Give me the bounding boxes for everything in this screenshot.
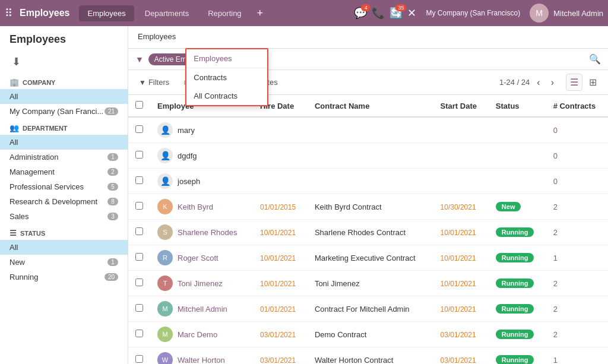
filters-button[interactable]: ▼ Filters — [135, 75, 173, 89]
sidebar-item-company-all[interactable]: All — [0, 89, 128, 104]
avatar[interactable]: M — [530, 4, 549, 23]
administration-count: 1 — [107, 153, 118, 161]
table-row: MMarc Demo03/01/2021Demo Contract03/01/2… — [128, 322, 608, 347]
status-badge: Running — [496, 253, 534, 262]
hire-date-value: 10/01/2021 — [260, 229, 296, 237]
hire-date-value: 01/01/2021 — [260, 305, 296, 314]
employee-cell: 👤mary — [150, 117, 253, 143]
row-checkbox[interactable] — [135, 227, 143, 235]
row-checkbox-cell — [128, 347, 150, 365]
settings-icon[interactable]: ✕ — [407, 7, 416, 20]
table-row: 👤mary0 — [128, 117, 608, 143]
sales-count: 3 — [107, 213, 118, 220]
status-cell: Running — [489, 347, 546, 365]
view-toggle: ☰ ⊞ — [566, 74, 601, 91]
activity-badge: 35 — [395, 4, 406, 11]
col-contract-name[interactable]: Contract Name — [308, 95, 433, 117]
prev-page-button[interactable]: ‹ — [533, 76, 543, 89]
employee-name[interactable]: Walter Horton — [178, 356, 225, 365]
employee-name[interactable]: Roger Scott — [178, 254, 218, 262]
employees-table: Employee Hire Date Contract Name Start D… — [128, 95, 608, 364]
dropdown-item-all-contracts[interactable]: All Contracts — [186, 87, 267, 105]
sidebar-item-research[interactable]: Research & Development 8 — [0, 194, 128, 209]
row-checkbox[interactable] — [135, 355, 143, 363]
row-checkbox[interactable] — [135, 202, 143, 210]
list-view-button[interactable]: ☰ — [566, 74, 582, 91]
row-checkbox[interactable] — [135, 304, 143, 312]
employee-name[interactable]: Mitchell Admin — [178, 305, 227, 314]
col-status[interactable]: Status — [489, 95, 546, 117]
download-icon[interactable]: ⬇ — [10, 53, 23, 70]
row-checkbox-cell — [128, 296, 150, 322]
phone-icon[interactable]: 📞 — [372, 7, 385, 20]
employee-name[interactable]: Sharlene Rhodes — [178, 228, 237, 237]
row-checkbox[interactable] — [135, 151, 143, 159]
employee-name[interactable]: Marc Demo — [178, 330, 217, 339]
contracts-count-cell: 2 — [546, 220, 608, 245]
mycompany-count: 21 — [104, 107, 118, 115]
nav-employees[interactable]: Employees — [79, 5, 134, 21]
chat-icon[interactable]: 💬 4 — [354, 7, 367, 20]
employee-avatar: M — [157, 301, 173, 316]
select-all-checkbox[interactable] — [135, 101, 143, 109]
start-date-value: 10/01/2021 — [441, 229, 476, 237]
search-icon[interactable]: 🔍 — [589, 53, 601, 65]
sidebar-item-professional-services[interactable]: Professional Services 5 — [0, 179, 128, 194]
sidebar-item-status-running[interactable]: Running 20 — [0, 270, 128, 284]
employee-name[interactable]: Keith Byrd — [178, 202, 213, 211]
sidebar: Employees ⬇ 🏢 COMPANY All My Company (Sa… — [0, 26, 128, 364]
select-all-header[interactable] — [128, 95, 150, 117]
hire-date-cell — [253, 169, 308, 194]
sidebar-item-sales[interactable]: Sales 3 — [0, 209, 128, 224]
contracts-count: 2 — [553, 228, 558, 237]
sidebar-item-administration[interactable]: Administration 1 — [0, 150, 128, 164]
contracts-count: 2 — [553, 305, 558, 314]
row-checkbox-cell — [128, 245, 150, 271]
subnav-employees[interactable]: Employees — [128, 26, 185, 48]
dropdown-header-employees[interactable]: Employees — [186, 49, 267, 68]
apps-icon[interactable]: ⠿ — [5, 7, 12, 20]
employee-avatar: 👤 — [157, 122, 173, 138]
activity-icon[interactable]: 🔄 35 — [390, 7, 403, 20]
row-checkbox[interactable] — [135, 253, 143, 261]
contracts-count: 2 — [553, 202, 558, 211]
contract-name-cell: Walter Horton Contract — [308, 347, 433, 365]
start-date-cell — [433, 117, 489, 143]
status-cell — [489, 143, 546, 169]
brand-logo: Employees — [20, 8, 69, 18]
search-input[interactable] — [231, 52, 584, 66]
employee-cell: RRoger Scott — [150, 245, 253, 271]
sidebar-item-mycompany[interactable]: My Company (San Franci... 21 — [0, 104, 128, 119]
hire-date-cell: 03/01/2021 — [253, 347, 308, 365]
research-count: 8 — [107, 198, 118, 205]
sidebar-item-status-new[interactable]: New 1 — [0, 255, 128, 270]
status-badge: New — [496, 202, 521, 211]
row-checkbox[interactable] — [135, 278, 143, 286]
contract-name-cell — [308, 143, 433, 169]
contracts-count-cell: 2 — [546, 296, 608, 322]
row-checkbox[interactable] — [135, 176, 143, 184]
nav-departments[interactable]: Departments — [137, 5, 197, 21]
dropdown-item-contracts[interactable]: Contracts — [186, 68, 267, 87]
add-menu-button[interactable]: + — [252, 5, 268, 22]
contract-name-cell: Demo Contract — [308, 322, 433, 347]
sidebar-item-dept-all[interactable]: All — [0, 135, 128, 150]
employee-name[interactable]: Toni Jimenez — [178, 279, 223, 288]
row-checkbox[interactable] — [135, 125, 143, 133]
status-badge: Running — [496, 278, 534, 288]
kanban-view-button[interactable]: ⊞ — [585, 74, 601, 91]
nav-reporting[interactable]: Reporting — [200, 5, 249, 21]
next-page-button[interactable]: › — [547, 76, 558, 89]
sidebar-item-management[interactable]: Management 2 — [0, 164, 128, 179]
start-date-cell: 10/01/2021 — [433, 245, 489, 271]
start-date-value: 10/01/2021 — [441, 280, 476, 288]
col-start-date[interactable]: Start Date — [433, 95, 489, 117]
col-contracts[interactable]: # Contracts — [546, 95, 608, 117]
status-cell: Running — [489, 245, 546, 271]
table-row: 👤joseph0 — [128, 169, 608, 194]
status-cell: Running — [489, 271, 546, 296]
sidebar-item-status-all[interactable]: All — [0, 240, 128, 255]
sidebar-section-company: 🏢 COMPANY — [0, 73, 128, 89]
user-name: Mitchell Admin — [553, 9, 603, 18]
row-checkbox[interactable] — [135, 330, 143, 337]
